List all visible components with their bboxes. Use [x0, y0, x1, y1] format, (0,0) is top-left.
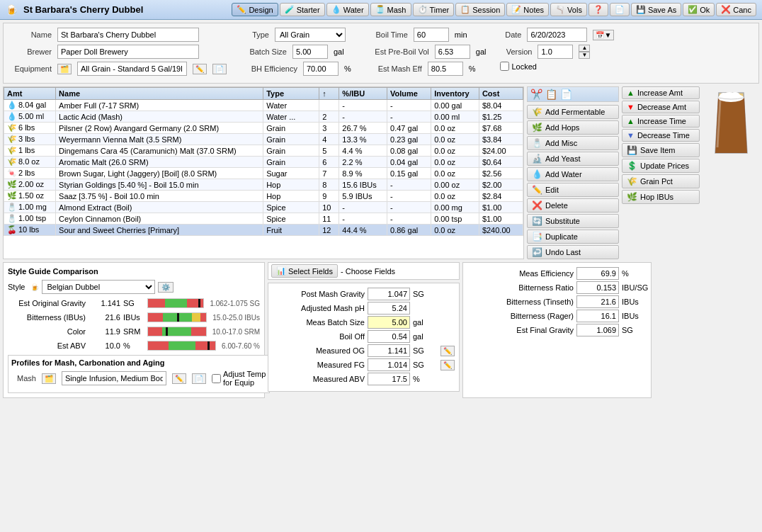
color-unit: SRM [123, 327, 144, 336]
copy-icon[interactable]: 📋 [545, 89, 557, 100]
mash-icon-btn[interactable]: 🗂️ [42, 373, 56, 384]
table-row[interactable]: 🌿1.50 oz Saaz [3.75 %] - Boil 10.0 min H… [4, 191, 523, 202]
toolbar: ✏️ Design 🧪 Starter 💧 Water 🫙 Mash ⏱️ Ti… [232, 3, 756, 16]
increase-time-btn[interactable]: ▲Increase Time [622, 115, 700, 128]
save-as-btn[interactable]: 💾 Save As [631, 3, 681, 16]
name-input[interactable] [57, 28, 199, 42]
est-mash-eff-input[interactable] [428, 62, 463, 76]
add-water-btn[interactable]: 💧Add Water [527, 167, 619, 181]
table-row[interactable]: 🌾8.0 oz Aromatic Malt (26.0 SRM) Grain 6… [4, 157, 523, 168]
bt-value[interactable] [576, 295, 619, 308]
scissors-icon[interactable]: ✂️ [530, 89, 542, 100]
delete-btn[interactable]: ❌Delete [527, 198, 619, 213]
mog-edit-btn[interactable]: ✏️ [440, 346, 455, 356]
help-btn[interactable]: ❓ [588, 3, 608, 16]
ok-btn[interactable]: ✅ Ok [683, 3, 715, 16]
style-edit-btn[interactable]: ⚙️ [158, 282, 174, 293]
style-label: Style [8, 283, 25, 291]
version-down-btn[interactable]: ▼ [579, 52, 590, 59]
brewer-input[interactable] [57, 45, 199, 59]
save-item-btn[interactable]: 💾Save Item [622, 143, 700, 157]
decrease-amt-btn[interactable]: ▼Decrease Amt [622, 101, 700, 113]
est-preboil-input[interactable] [435, 45, 470, 59]
version-input[interactable] [538, 45, 573, 59]
design-btn[interactable]: ✏️ Design [232, 3, 278, 16]
starter-btn[interactable]: 🧪 Starter [280, 3, 325, 16]
mash-btn[interactable]: 🫙 Mash [370, 3, 411, 16]
water-btn[interactable]: 💧 Water [326, 3, 369, 16]
browse-btn[interactable]: 📄 [610, 3, 630, 16]
amt-cell: 💧8.04 gal [4, 100, 56, 111]
mbs-value[interactable] [368, 316, 410, 329]
table-row[interactable]: 💧8.04 gal Amber Full (7-17 SRM) Water - … [4, 100, 523, 111]
mog-value[interactable] [368, 344, 410, 357]
cancel-btn[interactable]: ❌ Canc [716, 3, 756, 16]
mabv-value[interactable] [368, 373, 410, 385]
locked-label[interactable]: Locked [500, 62, 536, 71]
hop-ibus-btn[interactable]: 🌿Hop IBUs [622, 190, 700, 204]
substitute-btn[interactable]: 🔄Substitute [527, 214, 619, 228]
add-yeast-btn[interactable]: 🔬Add Yeast [527, 152, 619, 166]
locked-checkbox[interactable] [500, 62, 509, 71]
me-value[interactable] [576, 267, 619, 280]
name-header: Name [56, 88, 263, 100]
increase-amt-btn[interactable]: ▲Increase Amt [622, 86, 700, 99]
efg-value[interactable] [576, 324, 619, 336]
mash-edit-btn[interactable]: ✏️ [172, 373, 186, 384]
table-row[interactable]: 🧂1.00 mg Almond Extract (Boil) Spice 10 … [4, 202, 523, 213]
undo-last-btn[interactable]: ↩️Undo Last [527, 245, 619, 259]
boiloff-label: Boil Off [273, 332, 365, 341]
batch-size-input[interactable] [292, 45, 328, 59]
add-fermentable-btn[interactable]: 🌾Add Fermentable [527, 105, 619, 119]
equipment-input[interactable] [77, 62, 187, 76]
pct-cell: 15.6 IBUs [339, 179, 387, 191]
brag-value[interactable] [576, 310, 619, 322]
adjust-temp-checkbox[interactable] [212, 374, 221, 383]
equipment-new-btn[interactable]: 📄 [212, 64, 227, 74]
ingredients-table-container: Amt Name Type ↑ %/IBU Volume Inventory C… [3, 86, 524, 259]
bh-efficiency-input[interactable] [303, 62, 339, 76]
grain-pct-btn[interactable]: 🌾Grain Pct [622, 174, 700, 188]
version-up-btn[interactable]: ▲ [579, 45, 590, 52]
br-value[interactable] [576, 281, 619, 294]
table-row[interactable]: 🍬2 lbs Brown Sugar, Light (Jaggery) [Boi… [4, 168, 523, 179]
vols-btn[interactable]: 🫗 Vols [550, 3, 587, 16]
pmg-value[interactable] [368, 288, 410, 300]
table-row[interactable]: 🌾6 lbs Pilsner (2 Row) Avangard Germany … [4, 123, 523, 134]
session-btn[interactable]: 📋 Session [455, 3, 505, 16]
calendar-btn[interactable]: 📅▼ [593, 30, 614, 40]
table-row[interactable]: 🌾3 lbs Weyermann Vienna Malt (3.5 SRM) G… [4, 134, 523, 145]
type-select[interactable]: All Grain [275, 28, 346, 42]
update-prices-btn[interactable]: 💲Update Prices [622, 159, 700, 173]
equipment-edit-btn[interactable]: ✏️ [193, 64, 207, 74]
add-hops-btn[interactable]: 🌿Add Hops [527, 120, 619, 135]
table-row[interactable]: 🍒10 lbs Sour and Sweet Cherries [Primary… [4, 225, 523, 236]
name-cell: Styrian Goldings [5.40 %] - Boil 15.0 mi… [56, 179, 263, 191]
mfg-edit-btn[interactable]: ✏️ [440, 360, 455, 370]
table-row[interactable]: 🧂1.00 tsp Ceylon Cinnamon (Boil) Spice 1… [4, 213, 523, 225]
equipment-icon-btn[interactable]: 🗂️ [57, 64, 72, 74]
timer-btn[interactable]: ⏱️ Timer [413, 3, 455, 16]
pct-header: %/IBU [339, 88, 387, 100]
mash-new-btn[interactable]: 📄 [192, 373, 206, 384]
table-row[interactable]: 💧5.00 ml Lactic Acid (Mash) Water ... 2 … [4, 111, 523, 123]
mfg-value[interactable] [368, 358, 410, 371]
date-input[interactable] [527, 28, 587, 42]
style-select[interactable]: Belgian Dubbel [42, 280, 155, 294]
paste-icon[interactable]: 📄 [560, 89, 572, 100]
left-actions: ✂️ 📋 📄 🌾Add Fermentable 🌿Add Hops 🧂Add M… [527, 86, 619, 259]
table-row[interactable]: 🌿2.00 oz Styrian Goldings [5.40 %] - Boi… [4, 179, 523, 191]
select-fields-btn[interactable]: 📊Select Fields [271, 264, 338, 278]
decrease-time-btn[interactable]: ▼Decrease Time [622, 129, 700, 142]
brewer-label: Brewer [9, 47, 52, 56]
duplicate-btn[interactable]: 📑Duplicate [527, 230, 619, 244]
notes-btn[interactable]: 📝 Notes [506, 3, 549, 16]
adjust-temp-label[interactable]: Adjust Temp for Equip [212, 370, 266, 387]
amp-value[interactable] [368, 302, 410, 315]
add-misc-btn[interactable]: 🧂Add Misc [527, 136, 619, 150]
mash-input[interactable] [62, 371, 166, 385]
table-row[interactable]: 🌾1 lbs Dingemans Cara 45 (Caramunich) Ma… [4, 145, 523, 157]
edit-btn[interactable]: ✏️Edit [527, 183, 619, 197]
boil-time-input[interactable] [414, 28, 449, 42]
boiloff-value[interactable] [368, 330, 410, 343]
